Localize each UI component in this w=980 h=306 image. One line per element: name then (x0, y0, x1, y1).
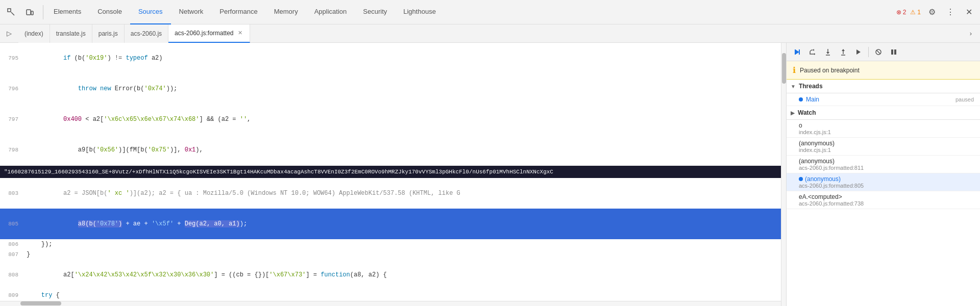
code-line-796: 796 throw new Error(b('0x74')); (0, 73, 781, 104)
call-stack-item-0[interactable]: o index.cjs.js:1 (787, 120, 980, 138)
paused-icon: ℹ (793, 65, 796, 75)
watch-section-header[interactable]: ▶ Watch (787, 106, 980, 120)
file-tab-bar: ▷ (index) translate.js paris.js acs-2060… (0, 24, 980, 43)
code-lines-container-2: 803 a2 = JSON[b(' xc ')](a2); a2 = { ua … (0, 178, 781, 301)
tab-security[interactable]: Security (355, 0, 395, 24)
tab-elements[interactable]: Elements (45, 0, 89, 24)
threads-chevron-icon: ▼ (791, 84, 796, 89)
horizontal-scroll-thumb[interactable] (20, 301, 61, 305)
tab-lighthouse[interactable]: Lighthouse (395, 0, 444, 24)
call-name-2: (anonymous) (799, 158, 974, 165)
more-options-icon[interactable]: ⋮ (943, 5, 958, 19)
add-tab-icon[interactable]: › (964, 27, 978, 41)
svg-rect-17 (894, 49, 896, 55)
tab-application[interactable]: Application (306, 0, 355, 24)
tab-memory[interactable]: Memory (266, 0, 306, 24)
code-line-805[interactable]: 805 a8(b('0x78') + ae + '\x5f' + Deg(a2,… (0, 209, 781, 239)
svg-marker-8 (826, 52, 829, 54)
svg-marker-6 (814, 53, 815, 55)
svg-rect-16 (891, 49, 893, 55)
right-panel: ℹ Paused on breakpoint ▼ Threads Main pa… (786, 43, 980, 306)
svg-rect-0 (8, 9, 11, 12)
call-stack-item-4[interactable]: eA.<computed> acs-2060.js:formatted:738 (787, 191, 980, 209)
thread-name-main: Main (799, 96, 819, 103)
nav-icons-group (4, 5, 43, 19)
code-line-808: 808 a2['\x24\x42\x53\x42\x5f\x32\x30\x36… (0, 260, 781, 290)
code-line-797: 797 0x400 < a2['\x6c\x65\x6e\x67\x74\x68… (0, 104, 781, 135)
svg-rect-1 (27, 10, 31, 15)
file-tab-acs2060[interactable]: acs-2060.js (125, 24, 168, 43)
warning-count-badge[interactable]: ⚠ 1 (910, 9, 921, 16)
tab-sources[interactable]: Sources (130, 0, 171, 24)
tab-performance[interactable]: Performance (211, 0, 265, 24)
resume-button[interactable] (791, 45, 804, 59)
thread-item-main[interactable]: Main paused (787, 93, 980, 106)
main-area: 795 if (b('0x19') != typeof a2) 796 thro… (0, 43, 980, 306)
vertical-scrollbar[interactable] (781, 43, 786, 306)
pause-exceptions-button[interactable] (887, 45, 900, 59)
paused-notice: ℹ Paused on breakpoint (787, 61, 980, 80)
nav-right-controls: ⊗ 2 ⚠ 1 ⚙ ⋮ ✕ (896, 5, 976, 19)
top-nav-bar: Elements Console Sources Network Perform… (0, 0, 980, 24)
svg-rect-2 (31, 11, 33, 15)
code-line-807: 807 } (0, 249, 781, 260)
call-location-0: index.cjs.js:1 (799, 129, 974, 135)
inspect-element-icon[interactable] (4, 5, 18, 19)
call-name-0: o (799, 122, 974, 129)
file-tab-paris[interactable]: paris.js (92, 24, 125, 43)
tab-bar-right-icons: › (964, 27, 978, 41)
tab-console[interactable]: Console (89, 0, 130, 24)
call-stack-item-1[interactable]: (anonymous) index.cjs.js:1 (787, 138, 980, 156)
threads-section-header[interactable]: ▼ Threads (787, 80, 980, 93)
code-line-798: 798 a9[b('0x56')](fM[b('0x75')], 0x1), (0, 135, 781, 165)
error-count-badge[interactable]: ⊗ 2 (896, 9, 906, 16)
toolbar-divider-1 (868, 47, 869, 57)
active-frame-dot-icon (799, 177, 803, 181)
deactivate-breakpoints-button[interactable] (872, 45, 885, 59)
right-panel-toolbar (787, 43, 980, 61)
call-stack-item-3[interactable]: (anonymous) acs-2060.js:formatted:805 (787, 173, 980, 191)
close-tab-icon[interactable]: ✕ (237, 29, 243, 37)
device-toolbar-icon[interactable] (22, 5, 37, 19)
watch-label: Watch (798, 109, 816, 116)
threads-label: Threads (799, 83, 823, 90)
close-devtools-icon[interactable]: ✕ (962, 5, 976, 19)
svg-marker-11 (842, 49, 845, 51)
thread-dot-icon (799, 97, 803, 101)
call-name-4: eA.<computed> (799, 193, 974, 200)
horizontal-scrollbar[interactable] (0, 301, 781, 306)
step-out-button[interactable] (837, 45, 850, 59)
step-button[interactable] (852, 45, 865, 59)
call-stack-item-2[interactable]: (anonymous) acs-2060.js:formatted:811 (787, 156, 980, 173)
svg-marker-3 (795, 49, 799, 55)
string-value-bar: "1660287615129_1660293543160_SE+8Vutz/+x… (0, 166, 781, 178)
svg-rect-4 (795, 49, 796, 55)
call-location-3: acs-2060.js:formatted:805 (799, 183, 974, 189)
call-location-2: acs-2060.js:formatted:811 (799, 165, 974, 171)
call-name-3: (anonymous) (799, 175, 974, 183)
svg-marker-13 (856, 49, 861, 55)
file-tab-acs2060-formatted[interactable]: acs-2060.js:formatted ✕ (168, 24, 250, 43)
vertical-scroll-thumb[interactable] (782, 53, 786, 84)
paused-message: Paused on breakpoint (800, 67, 860, 74)
file-tab-translate[interactable]: translate.js (50, 24, 92, 43)
call-location-4: acs-2060.js:formatted:738 (799, 200, 974, 207)
svg-rect-5 (799, 49, 800, 55)
file-tab-index[interactable]: (index) (18, 24, 50, 43)
code-line-806: 806 }); (0, 239, 781, 249)
code-line-809: 809 try { (0, 290, 781, 300)
tab-network[interactable]: Network (171, 0, 212, 24)
call-location-1: index.cjs.js:1 (799, 147, 974, 153)
thread-status-main: paused (955, 96, 974, 103)
watch-chevron-icon: ▶ (791, 110, 795, 116)
code-line-803: 803 a2 = JSON[b(' xc ')](a2); a2 = { ua … (0, 178, 781, 209)
call-name-1: (anonymous) (799, 140, 974, 147)
step-over-button[interactable] (806, 45, 819, 59)
code-editor: 795 if (b('0x19') != typeof a2) 796 thro… (0, 43, 781, 306)
back-icon[interactable]: ▷ (2, 27, 16, 41)
code-line-795: 795 if (b('0x19') != typeof a2) (0, 43, 781, 73)
svg-line-15 (876, 50, 880, 54)
settings-icon[interactable]: ⚙ (925, 5, 939, 19)
code-lines-container: 795 if (b('0x19') != typeof a2) 796 thro… (0, 43, 781, 166)
step-into-button[interactable] (821, 45, 835, 59)
